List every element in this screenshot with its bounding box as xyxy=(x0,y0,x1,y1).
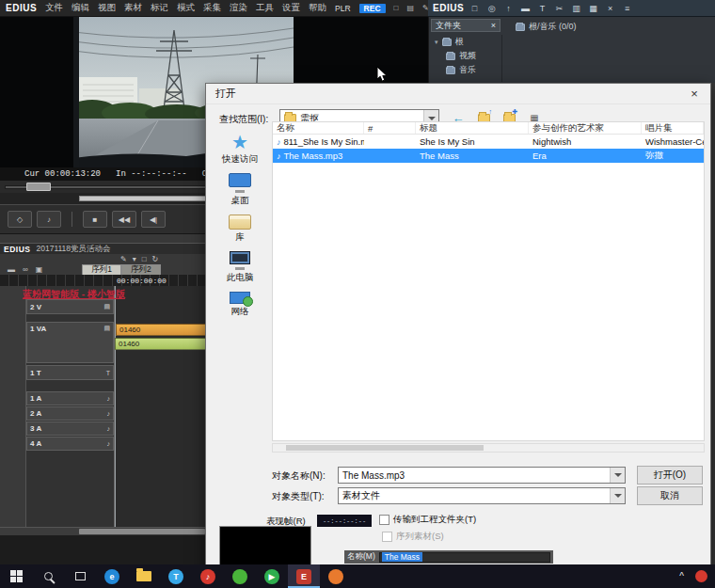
search-icon[interactable]: ◎ xyxy=(485,4,498,13)
copy-icon[interactable]: ▥ xyxy=(570,4,582,13)
tab-sequence-2[interactable]: 序列2 xyxy=(121,264,161,275)
dialog-titlebar[interactable]: 打开 × xyxy=(206,84,710,104)
column-header-number[interactable]: # xyxy=(364,122,416,134)
ripple-icon[interactable]: ▬ xyxy=(8,265,15,274)
menu-item-file[interactable]: 文件 xyxy=(45,2,63,14)
column-header-album[interactable]: 唱片集 xyxy=(642,122,704,134)
dropdown-icon[interactable]: ▾ xyxy=(133,255,136,263)
feather-icon[interactable]: □ xyxy=(394,4,399,12)
menu-item-capture[interactable]: 采集 xyxy=(203,2,221,14)
snap-icon[interactable]: ▣ xyxy=(36,265,43,274)
sidebar-item-desktop[interactable]: 桌面 xyxy=(210,173,270,207)
menu-item-mode[interactable]: 模式 xyxy=(177,2,195,14)
tree-item-video[interactable]: 视频 xyxy=(433,49,501,63)
playhead[interactable] xyxy=(115,286,116,527)
open-button[interactable]: 打开(O) xyxy=(637,466,703,485)
rewind-button[interactable]: ◀◀ xyxy=(112,211,136,228)
window-icon[interactable]: □ xyxy=(469,4,481,13)
tree-item-root[interactable]: ▾ 根 xyxy=(433,35,501,49)
file-type-combobox[interactable]: 素材文件 xyxy=(338,487,626,504)
previous-frame-button[interactable]: ◀| xyxy=(141,211,166,228)
audio-track-icon[interactable]: ♪ xyxy=(107,410,111,417)
menu-item-marker[interactable]: 标记 xyxy=(151,2,168,14)
track-header-3a[interactable]: 3 A ♪ xyxy=(26,421,114,436)
taskbar-search-button[interactable] xyxy=(32,564,64,588)
scrollbar-thumb[interactable] xyxy=(286,445,484,451)
tray-antivirus-icon[interactable] xyxy=(695,570,707,582)
sync-icon[interactable]: ∞ xyxy=(23,265,28,274)
checkbox-icon[interactable] xyxy=(379,515,389,525)
menu-item-render[interactable]: 渲染 xyxy=(230,2,247,14)
clip-name-field[interactable]: The Mass xyxy=(379,552,550,563)
menu-item-edit[interactable]: 编辑 xyxy=(72,2,89,14)
menu-item-view[interactable]: 视图 xyxy=(98,2,116,14)
audio-clip[interactable]: 01460 xyxy=(115,338,216,350)
file-name-combobox[interactable]: The Mass.mp3 xyxy=(338,467,626,484)
title-icon[interactable]: T xyxy=(536,4,548,13)
taskbar-app-wechat[interactable] xyxy=(224,564,256,588)
cancel-button[interactable]: 取消 xyxy=(637,486,703,505)
delete-icon[interactable]: × xyxy=(604,4,616,13)
stop-button[interactable]: ■ xyxy=(83,211,107,228)
chevron-down-icon[interactable] xyxy=(610,468,625,483)
taskbar-app-music[interactable]: ♪ xyxy=(192,564,224,588)
tab-sequence-1[interactable]: 序列1 xyxy=(82,264,121,275)
track-header-2a[interactable]: 2 A ♪ xyxy=(26,406,114,421)
export-icon[interactable]: ↑ xyxy=(502,4,515,13)
refresh-icon[interactable]: ↻ xyxy=(152,255,159,263)
taskbar-app-explorer[interactable] xyxy=(128,564,160,588)
folder-tab[interactable]: 文件夹 × xyxy=(431,19,500,32)
track-header-4a[interactable]: 4 A ♪ xyxy=(26,437,114,451)
track-header-2v[interactable]: 2 V ▤ xyxy=(26,299,114,314)
track-header-1va[interactable]: 1 VA ▤ xyxy=(26,322,114,363)
tray-expand-icon[interactable]: ^ xyxy=(679,571,684,581)
list-menu-icon[interactable]: ≡ xyxy=(621,4,633,13)
clapper-icon[interactable]: ▬ xyxy=(519,4,532,13)
sidebar-item-quick-access[interactable]: ★ 快速访问 xyxy=(210,133,270,166)
file-row-selected[interactable]: ♪The Mass.mp3 The Mass Era 弥撒 xyxy=(273,149,704,163)
folder-tab-close-icon[interactable]: × xyxy=(491,21,496,30)
video-track-icon[interactable]: ▤ xyxy=(103,303,110,310)
track-header-1t[interactable]: 1 T T xyxy=(26,365,114,380)
audio-monitor-icon[interactable]: ♪ xyxy=(37,211,61,228)
taskbar-app-tim[interactable]: T xyxy=(160,564,192,588)
audio-track-icon[interactable]: ♪ xyxy=(107,395,111,402)
transfer-to-project-checkbox[interactable]: 传输到工程文件夹(T) xyxy=(379,514,476,526)
task-view-button[interactable] xyxy=(64,564,96,588)
slider-handle[interactable] xyxy=(26,183,51,191)
rec-button[interactable]: REC xyxy=(359,4,386,13)
track-header-1a[interactable]: 1 A ♪ xyxy=(26,391,114,405)
menu-item-tools[interactable]: 工具 xyxy=(256,2,274,14)
file-list-scrollbar[interactable] xyxy=(272,443,705,453)
expand-icon[interactable]: ▾ xyxy=(435,39,438,46)
menu-item-help[interactable]: 帮助 xyxy=(309,2,326,14)
audio-track-icon[interactable]: ♪ xyxy=(107,440,111,447)
tool-icon[interactable]: ✎ xyxy=(120,255,127,263)
audio-track-icon[interactable]: ♪ xyxy=(107,425,111,432)
poster-frame-timecode[interactable]: --:--:--:-- xyxy=(317,515,372,527)
taskbar-app-edge[interactable]: e xyxy=(96,564,128,588)
column-header-name[interactable]: 名称 xyxy=(273,122,364,134)
column-header-artist[interactable]: 参与创作的艺术家 xyxy=(529,122,642,134)
jog-icon[interactable]: ◇ xyxy=(8,211,32,228)
start-button[interactable] xyxy=(0,564,32,588)
video-track-icon[interactable]: ▤ xyxy=(103,325,110,332)
taskbar-app-edius-active[interactable]: E xyxy=(288,564,320,588)
menu-item-clip[interactable]: 素材 xyxy=(124,2,142,14)
scrollbar-thumb[interactable] xyxy=(79,529,205,534)
sidebar-item-this-pc[interactable]: 此电脑 xyxy=(210,251,270,284)
mode-icon[interactable]: □ xyxy=(142,255,147,263)
taskbar-app-emulator[interactable]: ▶ xyxy=(256,564,288,588)
sidebar-item-libraries[interactable]: 库 xyxy=(210,215,270,244)
taskbar-app-firefox[interactable] xyxy=(320,564,352,588)
sidebar-item-network[interactable]: 网络 xyxy=(210,292,270,318)
grid-view-icon[interactable]: ▦ xyxy=(587,4,599,13)
title-track-icon[interactable]: T xyxy=(106,370,110,376)
chevron-down-icon[interactable] xyxy=(610,488,625,503)
cut-icon[interactable]: ✂ xyxy=(553,4,565,13)
column-header-title[interactable]: 标题 xyxy=(416,122,529,134)
file-row[interactable]: ♪811_She Is My Sin.mp3 She Is My Sin Nig… xyxy=(273,135,704,149)
layout-icon[interactable]: ▤ xyxy=(406,4,414,12)
menu-item-settings[interactable]: 设置 xyxy=(282,2,300,14)
tree-item-music[interactable]: 音乐 xyxy=(433,63,501,77)
